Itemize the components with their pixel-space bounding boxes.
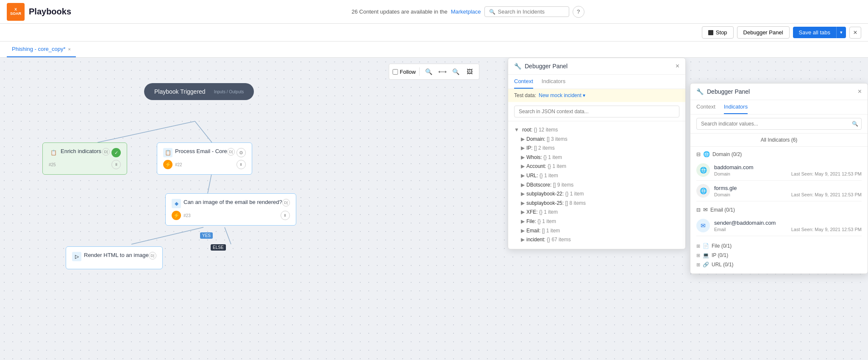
process-email-node[interactable]: 📋 Process Email - Core D| ⚙ ⚡ #22 ⏸ (157, 142, 252, 175)
file-group-label: File (0/1) (712, 243, 732, 249)
tree-root[interactable]: ▼ root: {} 12 items (514, 126, 679, 135)
tab-close-icon[interactable]: × (68, 47, 70, 52)
panel1-tab-context[interactable]: Context (514, 75, 533, 89)
tree-sub25[interactable]: ▶subplaybook-25: [] 8 items (521, 199, 679, 208)
save-tabs-dropdown[interactable]: ▾ (836, 27, 846, 38)
process-num: #22 (175, 162, 182, 167)
tree-email[interactable]: ▶Email: [] 1 item (521, 226, 679, 236)
sender-avatar: ✉ (696, 219, 710, 232)
json-search-input[interactable] (514, 106, 679, 117)
panel1-header: 🔧 Debugger Panel × (508, 58, 685, 75)
panel1-close[interactable]: × (676, 62, 679, 70)
url-group-label: URL (0/1) (712, 262, 734, 268)
panel2-close[interactable]: × (858, 88, 862, 95)
baddomain-item[interactable]: 🌐 baddomain.com Domain Last Seen: May 9,… (696, 160, 862, 181)
tree-domain[interactable]: ▶Domain: [] 3 items (521, 135, 679, 144)
domain-icon: 🌐 (703, 151, 710, 157)
tree-xfe[interactable]: ▶XFE: {} 1 item (521, 208, 679, 217)
enrich-badges: D| ✓ (102, 148, 121, 157)
enrich-indicators-node[interactable]: 📋 Enrich indicators D| ✓ #25 ⏸ (42, 142, 127, 175)
panel1-icon: 🔧 (514, 63, 521, 70)
debugger-panel-button[interactable]: Debugger Panel (737, 26, 790, 39)
tree-children: ▶Domain: [] 3 items ▶IP: [] 2 items ▶Who… (514, 135, 679, 245)
svg-line-4 (225, 227, 231, 244)
panel2-tabs: Context Indicators (690, 100, 868, 114)
panel1-tab-indicators[interactable]: Indicators (542, 75, 565, 89)
tree-account[interactable]: ▶Account: {} 1 item (521, 162, 679, 171)
enrich-title: Enrich indicators (61, 148, 102, 154)
domain-group-header[interactable]: ⊟ 🌐 Domain (0/2) (696, 151, 862, 157)
follow-checkbox[interactable] (392, 69, 398, 75)
fit-button[interactable]: ⟷ (437, 66, 448, 78)
toolbar-row: Stop Debugger Panel Save all tabs ▾ × (0, 24, 868, 42)
domain-collapse-icon: ⊟ (696, 151, 701, 157)
panel1-title: Debugger Panel (525, 63, 672, 70)
formsgle-name: forms.gle (714, 185, 862, 191)
playbook-triggered-node[interactable]: Playbook Triggered Inputs / Outputs (144, 83, 254, 100)
tabs-bar: Phishing - core_copy* × (0, 42, 868, 58)
panel2-icon: 🔧 (696, 88, 704, 95)
formsgle-item[interactable]: 🌐 forms.gle Domain Last Seen: May 9, 202… (696, 181, 862, 201)
tree-incident[interactable]: ▶incident: {} 67 items (521, 235, 679, 245)
url-group-icon: 🔗 (703, 262, 709, 268)
decision-node[interactable]: ◆ Can an image of the email be rendered?… (165, 193, 296, 226)
notification-text: 26 Content updates are available in the (351, 8, 447, 15)
tree-whois[interactable]: ▶Whois: {} 1 item (521, 153, 679, 162)
stop-button[interactable]: Stop (702, 26, 734, 39)
main-area: Follow 🔍 ⟷ 🔍 🖼 Playbook Triggered Inputs… (0, 58, 868, 360)
tree-sub22[interactable]: ▶subplaybook-22: {} 1 item (521, 190, 679, 199)
search-incidents-container: 🔍 (484, 6, 569, 17)
panel1-test-data-bar: Test data: New mock incident ▾ (508, 89, 685, 102)
active-tab[interactable]: Phishing - core_copy* × (7, 42, 76, 57)
sender-item[interactable]: ✉ sender@baddomain.com Email Last Seen: … (696, 215, 862, 236)
render-node[interactable]: ▷ Render HTML to an image D| (66, 246, 163, 269)
zoom-out-button[interactable]: 🔍 (450, 66, 462, 78)
save-tabs-button[interactable]: Save all tabs (793, 27, 836, 38)
decision-footer: ⚡ #23 ⏸ (172, 211, 290, 220)
file-group-row[interactable]: ⊞ 📄 File (0/1) (696, 241, 862, 251)
yes-badge: YES (200, 232, 213, 239)
indicator-search-input[interactable] (696, 118, 862, 130)
tree-url[interactable]: ▶URL: {} 1 item (521, 171, 679, 181)
decision-footer-left: ⚡ #23 (172, 211, 191, 220)
baddomain-details: baddomain.com Domain Last Seen: May 9, 2… (714, 164, 862, 176)
help-button[interactable]: ? (573, 6, 584, 18)
all-indicators-bar: All Indicators (6) (690, 134, 868, 147)
panel2-tab-context[interactable]: Context (696, 100, 715, 114)
baddomain-meta: Domain Last Seen: May 9, 2021 12:53 PM (714, 171, 862, 176)
tree-dbotscore[interactable]: ▶DBotscore: [] 9 items (521, 181, 679, 190)
panel2-search-area: 🔍 (690, 114, 868, 134)
tree-file[interactable]: ▶File: {} 1 item (521, 217, 679, 226)
url-group-row[interactable]: ⊞ 🔗 URL (0/1) (696, 260, 862, 269)
baddomain-avatar: 🌐 (696, 163, 710, 177)
formsgle-lastseen: Last Seen: May 9, 2021 12:53 PM (791, 192, 862, 197)
panel1-search-area: Collapse (508, 102, 685, 121)
canvas-controls: Follow 🔍 ⟷ 🔍 🖼 (389, 64, 479, 80)
ip-group-row[interactable]: ⊞ 💻 IP (0/1) (696, 251, 862, 260)
enrich-icon: 📋 (49, 148, 58, 157)
formsgle-meta: Domain Last Seen: May 9, 2021 12:53 PM (714, 192, 862, 197)
header-center: 26 Content updates are available in the … (75, 6, 861, 18)
tree-ip[interactable]: ▶IP: [] 2 items (521, 144, 679, 153)
search-incidents-input[interactable] (498, 8, 562, 15)
search-icon: 🔍 (852, 121, 858, 127)
toolbar-close-button[interactable]: × (849, 27, 861, 39)
baddomain-name: baddomain.com (714, 164, 862, 170)
top-header: XSOAR Playbooks 26 Content updates are a… (0, 0, 868, 24)
tree-root-count: {} 12 items (534, 127, 558, 133)
follow-checkbox-label[interactable]: Follow (392, 69, 416, 75)
logo-box: XSOAR (7, 3, 25, 21)
formsgle-details: forms.gle Domain Last Seen: May 9, 2021 … (714, 185, 862, 197)
json-tree-area: ▼ root: {} 12 items ▶Domain: [] 3 items … (508, 121, 685, 249)
baddomain-lastseen: Last Seen: May 9, 2021 12:53 PM (791, 171, 862, 176)
image-button[interactable]: 🖼 (464, 66, 476, 78)
indicators-list: ⊟ 🌐 Domain (0/2) 🌐 baddomain.com Domain … (690, 147, 868, 273)
marketplace-link[interactable]: Marketplace (451, 8, 481, 15)
panel2-tab-indicators[interactable]: Indicators (724, 100, 748, 114)
zoom-in-button[interactable]: 🔍 (423, 66, 435, 78)
test-data-value[interactable]: New mock incident ▾ (539, 92, 585, 98)
email-group-label: Email (0/1) (710, 207, 735, 213)
ip-group-label: IP (0/1) (712, 252, 728, 258)
tab-label: Phishing - core_copy* (12, 46, 65, 52)
email-group-header[interactable]: ⊟ ✉ Email (0/1) (696, 207, 862, 213)
